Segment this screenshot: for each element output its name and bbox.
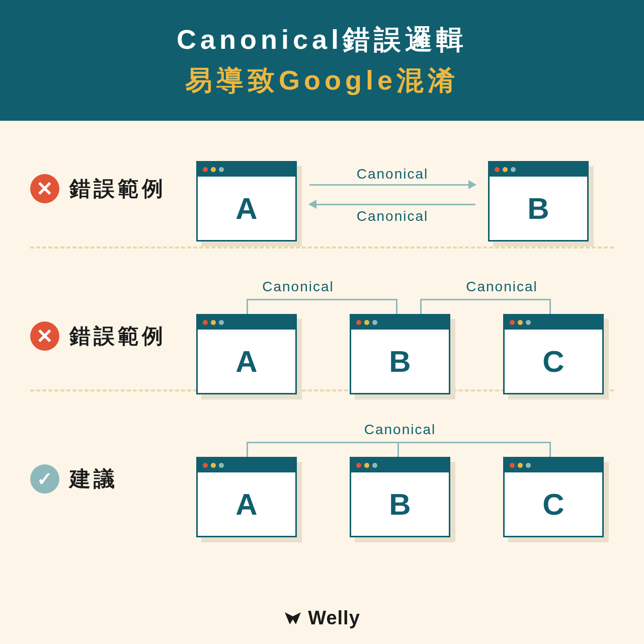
check-icon: ✓ xyxy=(30,464,59,494)
dot-icon xyxy=(518,320,523,325)
title-line-2: 易導致Google混淆 xyxy=(185,62,459,99)
content: ✕ 錯誤範例 A B xyxy=(0,121,644,532)
dot-icon xyxy=(356,320,361,325)
diagram-1: A B Canonical Canonical xyxy=(196,151,614,252)
x-icon: ✕ xyxy=(36,326,53,346)
dot-icon xyxy=(364,320,369,325)
dot-icon xyxy=(203,167,208,172)
browser-row: A B C xyxy=(196,314,604,394)
window-label: B xyxy=(351,330,449,394)
browser-bar xyxy=(198,163,295,177)
arrow-left-icon xyxy=(309,204,475,205)
browser-window-c: C xyxy=(503,314,604,394)
dot-icon xyxy=(203,463,208,468)
connector-line xyxy=(247,299,397,300)
diagram-3: Canonical A xyxy=(196,412,614,552)
diagram-2: Canonical Canonical xyxy=(196,269,614,410)
connector-line xyxy=(420,299,551,300)
dot-icon xyxy=(511,167,516,172)
section-label: ✕ 錯誤範例 xyxy=(30,321,166,351)
arrow-label: Canonical xyxy=(400,279,604,295)
dot-icon xyxy=(526,320,531,325)
title-line-1: Canonical錯誤邏輯 xyxy=(177,22,467,58)
window-label: C xyxy=(505,472,602,537)
browser-window-a: A xyxy=(196,161,297,242)
error-icon: ✕ xyxy=(30,321,59,351)
arrow-right-icon xyxy=(309,184,475,186)
dot-icon xyxy=(211,167,216,172)
window-label: C xyxy=(505,330,602,394)
section-error-1: ✕ 錯誤範例 A B xyxy=(30,131,614,247)
label-text: 錯誤範例 xyxy=(69,175,166,203)
dot-icon xyxy=(510,463,515,468)
arrow-label: Canonical xyxy=(309,208,475,224)
footer: Welly xyxy=(0,607,644,629)
arrows-bidirectional: Canonical Canonical xyxy=(309,166,475,231)
logo-icon xyxy=(284,609,302,627)
browser-bar xyxy=(198,458,295,472)
dot-icon xyxy=(372,320,377,325)
browser-bar xyxy=(351,458,449,472)
browser-window-c: C xyxy=(503,457,604,537)
window-label: A xyxy=(198,472,295,537)
dot-icon xyxy=(219,463,224,468)
browser-bar xyxy=(505,315,602,330)
browser-row: A B C xyxy=(196,457,604,537)
window-label: B xyxy=(490,177,587,241)
x-icon: ✕ xyxy=(36,179,53,199)
dot-icon xyxy=(495,167,500,172)
window-label: B xyxy=(351,472,449,537)
section-label: ✓ 建議 xyxy=(30,464,118,494)
dot-icon xyxy=(203,320,208,325)
arrow-label: Canonical xyxy=(196,279,400,295)
dot-icon xyxy=(219,167,224,172)
dot-icon xyxy=(518,463,523,468)
dot-icon xyxy=(526,463,531,468)
section-suggestion: ✓ 建議 Canonical A xyxy=(30,391,614,532)
browser-window-a: A xyxy=(196,314,297,394)
checkmark-icon: ✓ xyxy=(37,468,53,490)
browser-bar xyxy=(505,458,602,472)
browser-bar xyxy=(351,315,449,330)
section-error-2: ✕ 錯誤範例 Canonical Canonical xyxy=(30,249,614,389)
logo-text: Welly xyxy=(308,607,360,629)
error-icon: ✕ xyxy=(30,174,59,203)
arrow-label: Canonical xyxy=(309,166,475,182)
arrow-label: Canonical xyxy=(196,422,604,438)
connector-line xyxy=(247,299,248,314)
label-text: 錯誤範例 xyxy=(69,322,166,350)
dot-icon xyxy=(356,463,361,468)
top-labels: Canonical xyxy=(196,422,604,438)
browser-window-a: A xyxy=(196,457,297,537)
top-labels: Canonical Canonical xyxy=(196,279,604,295)
window-label: A xyxy=(198,330,295,394)
dot-icon xyxy=(211,463,216,468)
dot-icon xyxy=(219,320,224,325)
browser-window-b: B xyxy=(488,161,589,242)
dot-icon xyxy=(211,320,216,325)
browser-window-b: B xyxy=(350,314,450,394)
window-label: A xyxy=(198,177,295,241)
dot-icon xyxy=(364,463,369,468)
browser-bar xyxy=(198,315,295,330)
browser-bar xyxy=(490,163,587,177)
dot-icon xyxy=(510,320,515,325)
label-text: 建議 xyxy=(69,465,118,493)
browser-window-b: B xyxy=(350,457,450,537)
section-label: ✕ 錯誤範例 xyxy=(30,174,166,203)
dot-icon xyxy=(503,167,508,172)
header: Canonical錯誤邏輯 易導致Google混淆 xyxy=(0,0,644,121)
dot-icon xyxy=(372,463,377,468)
